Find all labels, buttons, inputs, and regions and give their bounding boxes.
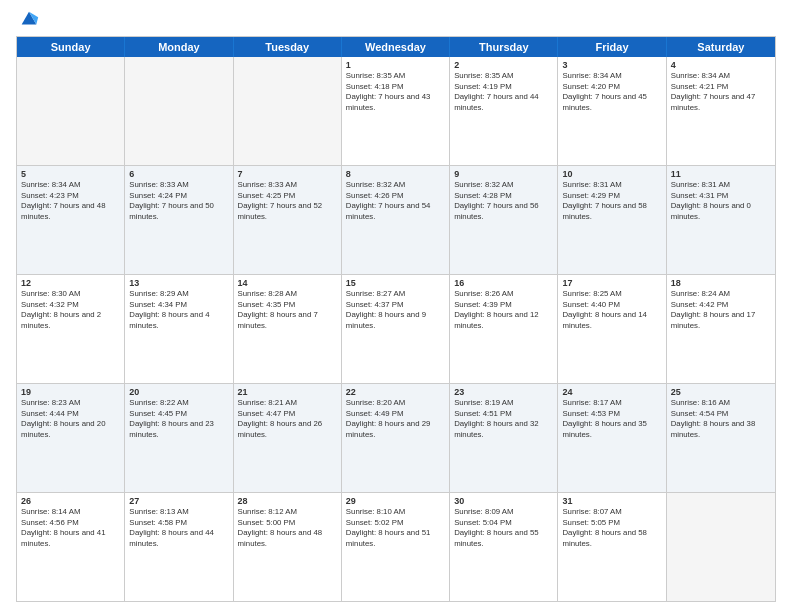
calendar-cell: 21Sunrise: 8:21 AM Sunset: 4:47 PM Dayli… <box>234 384 342 492</box>
calendar-cell: 24Sunrise: 8:17 AM Sunset: 4:53 PM Dayli… <box>558 384 666 492</box>
calendar-cell: 19Sunrise: 8:23 AM Sunset: 4:44 PM Dayli… <box>17 384 125 492</box>
calendar-page: SundayMondayTuesdayWednesdayThursdayFrid… <box>0 0 792 612</box>
cell-day-number: 2 <box>454 60 553 70</box>
cell-day-number: 7 <box>238 169 337 179</box>
calendar-cell: 25Sunrise: 8:16 AM Sunset: 4:54 PM Dayli… <box>667 384 775 492</box>
cell-info: Sunrise: 8:29 AM Sunset: 4:34 PM Dayligh… <box>129 289 228 331</box>
header-day-saturday: Saturday <box>667 37 775 57</box>
cell-day-number: 20 <box>129 387 228 397</box>
cell-info: Sunrise: 8:23 AM Sunset: 4:44 PM Dayligh… <box>21 398 120 440</box>
cell-day-number: 13 <box>129 278 228 288</box>
cell-info: Sunrise: 8:34 AM Sunset: 4:21 PM Dayligh… <box>671 71 771 113</box>
cell-info: Sunrise: 8:09 AM Sunset: 5:04 PM Dayligh… <box>454 507 553 549</box>
cell-info: Sunrise: 8:26 AM Sunset: 4:39 PM Dayligh… <box>454 289 553 331</box>
cell-info: Sunrise: 8:07 AM Sunset: 5:05 PM Dayligh… <box>562 507 661 549</box>
cell-day-number: 28 <box>238 496 337 506</box>
calendar-cell: 12Sunrise: 8:30 AM Sunset: 4:32 PM Dayli… <box>17 275 125 383</box>
cell-day-number: 24 <box>562 387 661 397</box>
cell-day-number: 5 <box>21 169 120 179</box>
calendar-cell: 5Sunrise: 8:34 AM Sunset: 4:23 PM Daylig… <box>17 166 125 274</box>
calendar-cell: 7Sunrise: 8:33 AM Sunset: 4:25 PM Daylig… <box>234 166 342 274</box>
header <box>16 12 776 30</box>
calendar-cell <box>667 493 775 601</box>
cell-day-number: 30 <box>454 496 553 506</box>
cell-info: Sunrise: 8:32 AM Sunset: 4:26 PM Dayligh… <box>346 180 445 222</box>
cell-info: Sunrise: 8:19 AM Sunset: 4:51 PM Dayligh… <box>454 398 553 440</box>
cell-day-number: 4 <box>671 60 771 70</box>
cell-day-number: 12 <box>21 278 120 288</box>
cell-day-number: 22 <box>346 387 445 397</box>
calendar-cell: 29Sunrise: 8:10 AM Sunset: 5:02 PM Dayli… <box>342 493 450 601</box>
cell-info: Sunrise: 8:28 AM Sunset: 4:35 PM Dayligh… <box>238 289 337 331</box>
cell-day-number: 29 <box>346 496 445 506</box>
calendar-cell: 18Sunrise: 8:24 AM Sunset: 4:42 PM Dayli… <box>667 275 775 383</box>
cell-day-number: 1 <box>346 60 445 70</box>
cell-info: Sunrise: 8:34 AM Sunset: 4:23 PM Dayligh… <box>21 180 120 222</box>
cell-info: Sunrise: 8:13 AM Sunset: 4:58 PM Dayligh… <box>129 507 228 549</box>
calendar-cell: 14Sunrise: 8:28 AM Sunset: 4:35 PM Dayli… <box>234 275 342 383</box>
header-day-wednesday: Wednesday <box>342 37 450 57</box>
calendar-cell: 27Sunrise: 8:13 AM Sunset: 4:58 PM Dayli… <box>125 493 233 601</box>
cell-day-number: 31 <box>562 496 661 506</box>
calendar-cell: 30Sunrise: 8:09 AM Sunset: 5:04 PM Dayli… <box>450 493 558 601</box>
calendar-cell: 4Sunrise: 8:34 AM Sunset: 4:21 PM Daylig… <box>667 57 775 165</box>
cell-info: Sunrise: 8:14 AM Sunset: 4:56 PM Dayligh… <box>21 507 120 549</box>
cell-day-number: 27 <box>129 496 228 506</box>
cell-info: Sunrise: 8:24 AM Sunset: 4:42 PM Dayligh… <box>671 289 771 331</box>
logo-icon <box>18 8 40 30</box>
cell-day-number: 6 <box>129 169 228 179</box>
calendar-cell: 2Sunrise: 8:35 AM Sunset: 4:19 PM Daylig… <box>450 57 558 165</box>
cell-info: Sunrise: 8:32 AM Sunset: 4:28 PM Dayligh… <box>454 180 553 222</box>
calendar-row-3: 19Sunrise: 8:23 AM Sunset: 4:44 PM Dayli… <box>17 383 775 492</box>
cell-info: Sunrise: 8:33 AM Sunset: 4:25 PM Dayligh… <box>238 180 337 222</box>
header-day-monday: Monday <box>125 37 233 57</box>
calendar-cell: 28Sunrise: 8:12 AM Sunset: 5:00 PM Dayli… <box>234 493 342 601</box>
calendar-cell: 13Sunrise: 8:29 AM Sunset: 4:34 PM Dayli… <box>125 275 233 383</box>
cell-day-number: 8 <box>346 169 445 179</box>
cell-info: Sunrise: 8:33 AM Sunset: 4:24 PM Dayligh… <box>129 180 228 222</box>
calendar-header: SundayMondayTuesdayWednesdayThursdayFrid… <box>17 37 775 57</box>
cell-info: Sunrise: 8:21 AM Sunset: 4:47 PM Dayligh… <box>238 398 337 440</box>
cell-info: Sunrise: 8:31 AM Sunset: 4:29 PM Dayligh… <box>562 180 661 222</box>
cell-day-number: 3 <box>562 60 661 70</box>
calendar-row-4: 26Sunrise: 8:14 AM Sunset: 4:56 PM Dayli… <box>17 492 775 601</box>
cell-info: Sunrise: 8:31 AM Sunset: 4:31 PM Dayligh… <box>671 180 771 222</box>
calendar-row-2: 12Sunrise: 8:30 AM Sunset: 4:32 PM Dayli… <box>17 274 775 383</box>
logo <box>16 12 40 30</box>
cell-day-number: 26 <box>21 496 120 506</box>
cell-day-number: 11 <box>671 169 771 179</box>
calendar-cell: 9Sunrise: 8:32 AM Sunset: 4:28 PM Daylig… <box>450 166 558 274</box>
calendar-row-1: 5Sunrise: 8:34 AM Sunset: 4:23 PM Daylig… <box>17 165 775 274</box>
cell-info: Sunrise: 8:10 AM Sunset: 5:02 PM Dayligh… <box>346 507 445 549</box>
calendar-cell: 22Sunrise: 8:20 AM Sunset: 4:49 PM Dayli… <box>342 384 450 492</box>
header-day-friday: Friday <box>558 37 666 57</box>
header-day-thursday: Thursday <box>450 37 558 57</box>
cell-day-number: 14 <box>238 278 337 288</box>
calendar-body: 1Sunrise: 8:35 AM Sunset: 4:18 PM Daylig… <box>17 57 775 601</box>
cell-day-number: 16 <box>454 278 553 288</box>
calendar: SundayMondayTuesdayWednesdayThursdayFrid… <box>16 36 776 602</box>
calendar-cell: 6Sunrise: 8:33 AM Sunset: 4:24 PM Daylig… <box>125 166 233 274</box>
calendar-cell: 20Sunrise: 8:22 AM Sunset: 4:45 PM Dayli… <box>125 384 233 492</box>
cell-info: Sunrise: 8:27 AM Sunset: 4:37 PM Dayligh… <box>346 289 445 331</box>
cell-info: Sunrise: 8:16 AM Sunset: 4:54 PM Dayligh… <box>671 398 771 440</box>
cell-day-number: 21 <box>238 387 337 397</box>
cell-day-number: 10 <box>562 169 661 179</box>
cell-day-number: 19 <box>21 387 120 397</box>
calendar-cell: 31Sunrise: 8:07 AM Sunset: 5:05 PM Dayli… <box>558 493 666 601</box>
cell-info: Sunrise: 8:17 AM Sunset: 4:53 PM Dayligh… <box>562 398 661 440</box>
header-day-sunday: Sunday <box>17 37 125 57</box>
calendar-cell: 8Sunrise: 8:32 AM Sunset: 4:26 PM Daylig… <box>342 166 450 274</box>
calendar-cell: 23Sunrise: 8:19 AM Sunset: 4:51 PM Dayli… <box>450 384 558 492</box>
calendar-cell: 15Sunrise: 8:27 AM Sunset: 4:37 PM Dayli… <box>342 275 450 383</box>
cell-info: Sunrise: 8:34 AM Sunset: 4:20 PM Dayligh… <box>562 71 661 113</box>
cell-info: Sunrise: 8:30 AM Sunset: 4:32 PM Dayligh… <box>21 289 120 331</box>
calendar-cell: 10Sunrise: 8:31 AM Sunset: 4:29 PM Dayli… <box>558 166 666 274</box>
calendar-cell: 17Sunrise: 8:25 AM Sunset: 4:40 PM Dayli… <box>558 275 666 383</box>
cell-day-number: 23 <box>454 387 553 397</box>
calendar-row-0: 1Sunrise: 8:35 AM Sunset: 4:18 PM Daylig… <box>17 57 775 165</box>
calendar-cell <box>17 57 125 165</box>
calendar-cell: 3Sunrise: 8:34 AM Sunset: 4:20 PM Daylig… <box>558 57 666 165</box>
calendar-cell: 26Sunrise: 8:14 AM Sunset: 4:56 PM Dayli… <box>17 493 125 601</box>
cell-info: Sunrise: 8:35 AM Sunset: 4:19 PM Dayligh… <box>454 71 553 113</box>
